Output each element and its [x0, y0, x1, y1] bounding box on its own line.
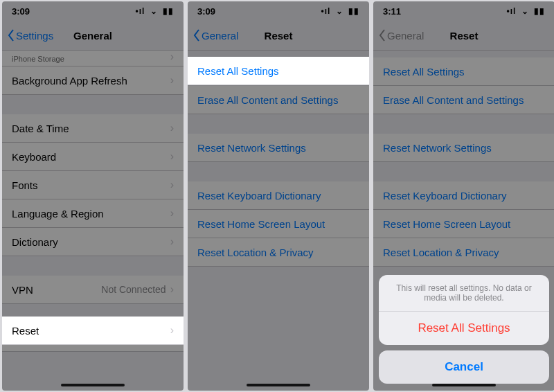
row-erase-all[interactable]: Erase All Content and Settings	[188, 86, 369, 114]
navbar: Settings General	[2, 21, 184, 51]
page-title: Reset	[265, 30, 293, 42]
action-sheet: This will reset all settings. No data or…	[379, 275, 549, 384]
sheet-cancel-button[interactable]: Cancel	[379, 350, 549, 384]
back-button: General	[377, 29, 424, 42]
row-reset-keyboard: Reset Keyboard Dictionary	[373, 181, 554, 210]
pane-reset: 3:09 •ıl ⌄ ▮▮ General Reset Erase All Co…	[188, 1, 369, 391]
status-bar: 3:09 •ıl ⌄ ▮▮	[2, 1, 184, 21]
row-erase-all: Erase All Content and Settings	[373, 86, 554, 114]
sheet-message: This will reset all settings. No data or…	[379, 275, 549, 312]
vpn-status: Not Connected	[101, 284, 166, 295]
row-reset-network: Reset Network Settings	[373, 134, 554, 162]
row-reset-home: Reset Home Screen Layout	[373, 210, 554, 238]
wifi-icon: ⌄	[150, 6, 158, 16]
status-time: 3:09	[197, 6, 215, 17]
row-iphone-storage[interactable]: iPhone Storage›	[2, 51, 184, 66]
row-reset-network[interactable]: Reset Network Settings	[188, 134, 369, 162]
chevron-left-icon	[6, 29, 16, 42]
home-indicator[interactable]	[432, 384, 496, 386]
signal-icon: •ıl	[321, 6, 330, 16]
back-button[interactable]: General	[192, 29, 238, 42]
row-date-time[interactable]: Date & Time›	[2, 114, 184, 143]
pane-reset-confirm: 3:11 •ıl ⌄ ▮▮ General Reset Reset All Se…	[373, 1, 554, 391]
wifi-icon: ⌄	[521, 6, 529, 16]
row-fonts[interactable]: Fonts›	[2, 171, 184, 199]
status-indicators: •ıl ⌄ ▮▮	[133, 6, 174, 16]
page-title: General	[73, 30, 112, 42]
row-lang-region[interactable]: Language & Region›	[2, 199, 184, 228]
battery-icon: ▮▮	[534, 6, 545, 16]
navbar: General Reset	[373, 21, 554, 51]
page-title: Reset	[450, 30, 479, 42]
chevron-left-icon	[377, 29, 387, 42]
home-indicator[interactable]	[61, 384, 125, 386]
row-reset-home[interactable]: Reset Home Screen Layout	[188, 210, 369, 238]
row-bg-refresh[interactable]: Background App Refresh›	[2, 66, 184, 95]
status-indicators: •ıl ⌄ ▮▮	[319, 6, 359, 16]
row-reset[interactable]: Reset›	[2, 317, 184, 345]
battery-icon: ▮▮	[163, 6, 174, 16]
row-keyboard[interactable]: Keyboard›	[2, 143, 184, 171]
row-reset-keyboard[interactable]: Reset Keyboard Dictionary	[188, 181, 369, 210]
status-bar: 3:11 •ıl ⌄ ▮▮	[373, 1, 554, 21]
back-button[interactable]: Settings	[6, 29, 53, 42]
status-bar: 3:09 •ıl ⌄ ▮▮	[188, 1, 369, 21]
row-reset-all[interactable]: Reset All Settings	[188, 57, 369, 85]
row-vpn[interactable]: VPN Not Connected ›	[2, 276, 184, 304]
pane-general: 3:09 •ıl ⌄ ▮▮ Settings General iPhone St…	[2, 1, 184, 391]
sheet-confirm-button[interactable]: Reset All Settings	[379, 312, 549, 345]
signal-icon: •ıl	[135, 6, 145, 16]
row-reset-location: Reset Location & Privacy	[373, 238, 554, 267]
wifi-icon: ⌄	[336, 6, 343, 16]
status-time: 3:09	[12, 6, 30, 17]
back-label: General	[387, 30, 424, 42]
chevron-left-icon	[192, 29, 202, 42]
back-label: Settings	[16, 30, 53, 42]
home-indicator[interactable]	[247, 384, 310, 386]
row-dictionary[interactable]: Dictionary›	[2, 228, 184, 256]
status-time: 3:11	[383, 6, 401, 17]
row-reset-location[interactable]: Reset Location & Privacy	[188, 238, 369, 267]
navbar: General Reset	[188, 21, 369, 51]
row-reset-all: Reset All Settings	[373, 57, 554, 86]
signal-icon: •ıl	[506, 6, 516, 16]
status-indicators: •ıl ⌄ ▮▮	[504, 6, 545, 16]
reset-list: Reset All Settings Erase All Content and…	[373, 51, 554, 267]
back-label: General	[202, 30, 238, 42]
battery-icon: ▮▮	[348, 6, 359, 16]
